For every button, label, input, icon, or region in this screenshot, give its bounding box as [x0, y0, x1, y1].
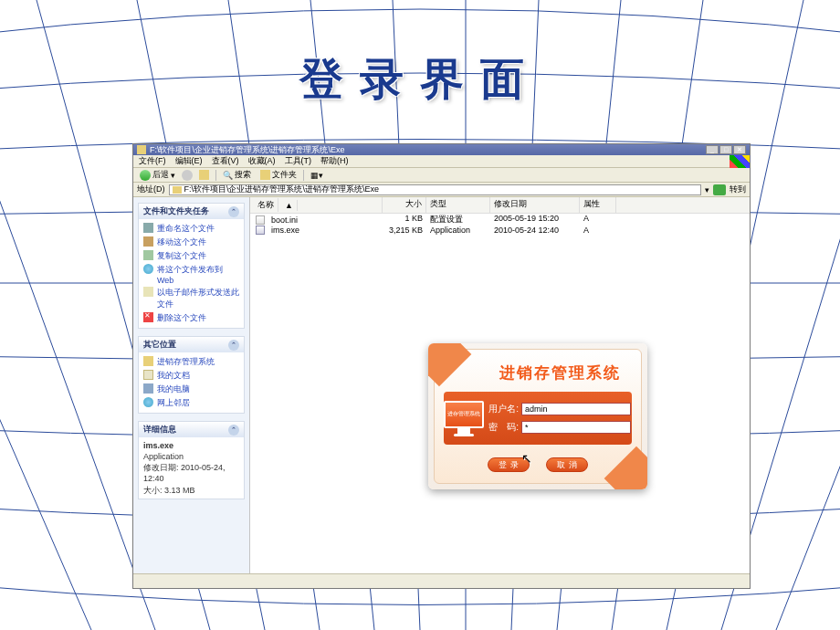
go-button[interactable] — [713, 184, 726, 195]
username-input[interactable] — [521, 403, 631, 415]
monitor-screen: 进存管理系统 — [444, 401, 484, 428]
mail-icon — [143, 287, 153, 297]
file-tasks-title: 文件和文件夹任务 — [143, 205, 209, 217]
network-icon — [143, 397, 153, 407]
details-title: 详细信息 — [143, 424, 176, 436]
statusbar — [133, 573, 750, 588]
web-icon — [143, 264, 153, 274]
place-parent-folder[interactable]: 进销存管理系统 — [143, 355, 239, 369]
place-my-documents[interactable]: 我的文档 — [143, 369, 239, 383]
task-publish[interactable]: 将这个文件发布到 Web — [143, 263, 239, 286]
menu-edit[interactable]: 编辑(E) — [175, 155, 203, 167]
window-title: F:\软件项目\企业进销存管理系统\进销存管理系统\Exe — [150, 144, 345, 156]
details-size: 大小: 3.13 MB — [143, 485, 239, 496]
address-dropdown[interactable]: ▾ — [705, 185, 709, 194]
documents-icon — [143, 370, 153, 380]
login-dialog: 进销存管理系统 进存管理系统 用户名: — [428, 343, 647, 489]
cancel-button[interactable]: 取消 — [546, 457, 588, 472]
menu-file[interactable]: 文件(F) — [139, 155, 166, 167]
search-button[interactable]: 🔍 搜索 — [220, 169, 254, 181]
monitor-illustration: 进存管理系统 — [444, 392, 484, 445]
separator — [303, 170, 304, 181]
ini-file-icon — [256, 215, 265, 225]
col-name[interactable]: 名称 ▲ — [250, 197, 383, 213]
col-attr[interactable]: 属性 — [580, 197, 616, 213]
search-icon: 🔍 — [223, 171, 233, 180]
username-label: 用户名: — [484, 403, 519, 415]
login-button[interactable]: 登录 — [488, 457, 530, 472]
exe-file-icon — [256, 226, 265, 235]
menu-favorites[interactable]: 收藏(A) — [248, 155, 276, 167]
separator — [215, 170, 216, 181]
folder-icon — [137, 145, 146, 154]
move-icon — [143, 236, 153, 247]
file-row[interactable]: ims.exe 3,215 KB Application 2010-05-24 … — [250, 226, 750, 235]
collapse-icon[interactable]: ⌃ — [228, 425, 239, 436]
folder-icon — [143, 356, 153, 366]
password-input[interactable] — [521, 421, 631, 434]
address-path: F:\软件项目\企业进销存管理系统\进销存管理系统\Exe — [184, 184, 380, 195]
toolbar: 后退 ▾ 🔍 搜索 文件夹 ▦▾ — [133, 168, 750, 183]
menu-tools[interactable]: 工具(T) — [285, 155, 312, 167]
file-list-area: 名称 ▲ 大小 类型 修改日期 属性 boot.ini 1 KB 配置设置 20… — [250, 197, 750, 573]
tasks-sidebar: 文件和文件夹任务 ⌃ 重命名这个文件 移动这个文件 复制这个文件 将这个文件发布… — [133, 197, 250, 573]
task-copy[interactable]: 复制这个文件 — [143, 249, 239, 263]
page-title: 登录界面 — [0, 50, 840, 109]
back-button[interactable]: 后退 ▾ — [137, 169, 178, 181]
other-places-title: 其它位置 — [143, 339, 176, 351]
details-panel: 详细信息 ⌃ ims.exe Application 修改日期: 2010-05… — [138, 421, 245, 499]
address-label: 地址(D) — [137, 184, 165, 195]
details-type: Application — [143, 451, 239, 462]
col-type[interactable]: 类型 — [426, 197, 490, 213]
place-my-computer[interactable]: 我的电脑 — [143, 383, 239, 396]
file-tasks-panel: 文件和文件夹任务 ⌃ 重命名这个文件 移动这个文件 复制这个文件 将这个文件发布… — [138, 203, 245, 329]
window-titlebar[interactable]: F:\软件项目\企业进销存管理系统\进销存管理系统\Exe _ □ ✕ — [133, 144, 750, 155]
details-filename: ims.exe — [143, 440, 239, 451]
up-button[interactable] — [196, 170, 212, 180]
task-email[interactable]: 以电子邮件形式发送此文件 — [143, 286, 239, 311]
menubar: 文件(F) 编辑(E) 查看(V) 收藏(A) 工具(T) 帮助(H) — [133, 155, 750, 168]
views-button[interactable]: ▦▾ — [308, 171, 326, 180]
col-date[interactable]: 修改日期 — [490, 197, 580, 213]
minimize-button[interactable]: _ — [706, 145, 719, 154]
maximize-button[interactable]: □ — [719, 145, 732, 154]
menu-help[interactable]: 帮助(H) — [320, 155, 349, 167]
login-system-name: 进销存管理系统 — [499, 362, 621, 383]
windows-flag-icon — [730, 155, 750, 168]
explorer-window: F:\软件项目\企业进销存管理系统\进销存管理系统\Exe _ □ ✕ 文件(F… — [132, 143, 751, 589]
forward-button[interactable] — [182, 170, 193, 181]
place-network[interactable]: 网上邻居 — [143, 396, 239, 410]
collapse-icon[interactable]: ⌃ — [228, 206, 239, 217]
go-label: 转到 — [730, 184, 746, 195]
delete-icon — [143, 312, 153, 322]
collapse-icon[interactable]: ⌃ — [228, 340, 239, 351]
sort-asc-icon: ▲ — [281, 200, 298, 211]
folders-button[interactable]: 文件夹 — [257, 169, 299, 181]
back-icon — [140, 170, 151, 181]
computer-icon — [143, 383, 153, 394]
rename-icon — [143, 223, 153, 233]
other-places-panel: 其它位置 ⌃ 进销存管理系统 我的文档 我的电脑 网上邻居 — [138, 336, 245, 414]
copy-icon — [143, 250, 153, 260]
details-date: 修改日期: 2010-05-24, 12:40 — [143, 462, 239, 484]
close-button[interactable]: ✕ — [733, 145, 746, 154]
chevron-down-icon: ▾ — [171, 171, 175, 180]
menu-view[interactable]: 查看(V) — [212, 155, 239, 167]
task-move[interactable]: 移动这个文件 — [143, 236, 239, 249]
file-row[interactable]: boot.ini 1 KB 配置设置 2005-05-19 15:20 A — [250, 214, 750, 226]
task-delete[interactable]: 删除这个文件 — [143, 311, 239, 325]
up-folder-icon — [199, 170, 209, 180]
password-label: 密 码: — [484, 421, 519, 434]
address-input[interactable]: F:\软件项目\企业进销存管理系统\进销存管理系统\Exe — [169, 184, 702, 195]
task-rename[interactable]: 重命名这个文件 — [143, 222, 239, 236]
folders-icon — [260, 170, 270, 180]
col-size[interactable]: 大小 — [383, 197, 426, 213]
folder-icon — [173, 186, 182, 194]
addressbar: 地址(D) F:\软件项目\企业进销存管理系统\进销存管理系统\Exe ▾ 转到 — [133, 183, 750, 197]
